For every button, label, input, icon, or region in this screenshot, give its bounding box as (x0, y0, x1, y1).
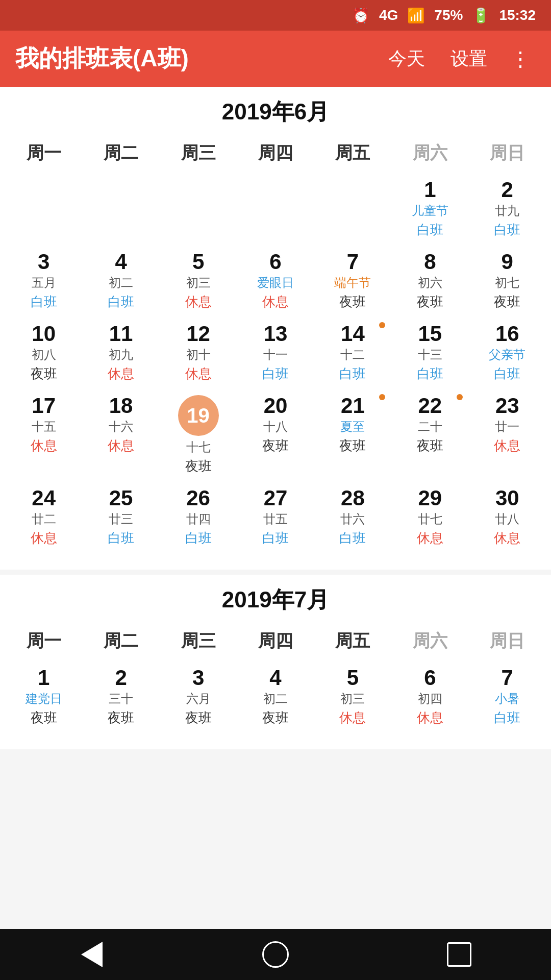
day-cell[interactable]: 18十六休息 (82, 390, 159, 482)
day-cell[interactable]: 6爱眼日休息 (237, 246, 314, 318)
more-options-button[interactable]: ⋮ (505, 42, 536, 76)
day-cell[interactable]: 5初三休息 (160, 246, 237, 318)
day-lunar: 初二 (263, 691, 288, 707)
day-cell[interactable]: 28廿六白班 (314, 482, 391, 554)
battery-text: 75% (434, 7, 463, 23)
day-cell[interactable]: 26廿四白班 (160, 482, 237, 554)
day-cell[interactable]: 7端午节夜班 (314, 246, 391, 318)
app-bar: 我的排班表(A班) 今天 设置 ⋮ (0, 31, 551, 87)
day-cell[interactable]: 17十五休息 (5, 390, 82, 482)
day-number: 5 (192, 251, 204, 273)
day-cell[interactable]: 11初九休息 (82, 318, 159, 390)
day-cell[interactable]: 22二十夜班 (391, 390, 468, 482)
day-number: 28 (341, 487, 365, 509)
day-lunar: 端午节 (334, 275, 371, 291)
day-lunar: 六月 (186, 691, 211, 707)
alarm-icon: ⏰ (352, 7, 370, 24)
day-cell[interactable]: 24廿二休息 (5, 482, 82, 554)
day-number: 3 (192, 667, 204, 689)
day-cell[interactable]: 9初七夜班 (469, 246, 546, 318)
weekday-header: 周六 (391, 137, 468, 169)
day-number: 2 (115, 667, 127, 689)
battery-icon: 🔋 (472, 7, 490, 24)
day-shift: 白班 (417, 221, 443, 239)
day-lunar: 小暑 (495, 691, 519, 707)
day-cell[interactable]: 27廿五白班 (237, 482, 314, 554)
day-number: 0 (269, 179, 281, 201)
day-cell[interactable]: 8初六夜班 (391, 246, 468, 318)
july-calendar: 2019年7月 周一周二周三周四周五周六周日 1建党日夜班2三十夜班3六月夜班4… (0, 575, 551, 749)
signal-text: 4G (379, 7, 398, 23)
day-number: 1 (38, 667, 49, 689)
weekday-header: 周五 (314, 137, 391, 169)
day-cell[interactable]: 6初四休息 (391, 662, 468, 734)
day-shift: 夜班 (262, 437, 289, 455)
day-cell[interactable]: 12初十休息 (160, 318, 237, 390)
day-cell[interactable]: 20十八夜班 (237, 390, 314, 482)
day-cell[interactable]: 1建党日夜班 (5, 662, 82, 734)
recent-button[interactable] (441, 937, 477, 972)
day-number: 16 (495, 323, 519, 345)
weekday-header: 周一 (5, 137, 82, 169)
day-number: 15 (418, 323, 442, 345)
day-cell[interactable]: 29廿七休息 (391, 482, 468, 554)
day-lunar: 夏至 (340, 419, 365, 435)
day-lunar: 爱眼日 (257, 275, 294, 291)
day-cell[interactable]: 30廿八休息 (469, 482, 546, 554)
home-button[interactable] (258, 937, 293, 972)
day-number: 14 (341, 323, 365, 345)
day-shift: 夜班 (31, 709, 57, 727)
day-cell[interactable]: 2三十夜班 (82, 662, 159, 734)
bottom-nav (0, 929, 551, 980)
day-lunar: 廿三 (109, 511, 133, 527)
day-shift: 休息 (185, 365, 212, 383)
day-cell[interactable]: 15十三白班 (391, 318, 468, 390)
day-cell[interactable]: 3五月白班 (5, 246, 82, 318)
day-number: 1 (424, 179, 436, 201)
day-number: 4 (269, 667, 281, 689)
day-shift: 夜班 (185, 709, 212, 727)
day-shift: 夜班 (339, 437, 366, 455)
day-cell[interactable]: 4初二白班 (82, 246, 159, 318)
weekday-header: 周三 (160, 625, 237, 657)
day-cell[interactable]: 19十七夜班 (160, 390, 237, 482)
dot-indicator (379, 322, 385, 328)
day-cell[interactable]: 25廿三白班 (82, 482, 159, 554)
june-weekday-row: 周一周二周三周四周五周六周日 (5, 137, 546, 169)
day-number: 27 (264, 487, 288, 509)
day-cell[interactable]: 13十一白班 (237, 318, 314, 390)
day-shift: 白班 (108, 293, 134, 311)
day-cell[interactable]: 21夏至夜班 (314, 390, 391, 482)
settings-button[interactable]: 设置 (443, 41, 495, 77)
day-cell[interactable]: 4初二夜班 (237, 662, 314, 734)
day-lunar: 十八 (263, 419, 288, 435)
july-weekday-row: 周一周二周三周四周五周六周日 (5, 625, 546, 657)
day-cell: 0 (160, 174, 237, 246)
day-shift: 夜班 (417, 437, 443, 455)
day-shift: 休息 (31, 437, 57, 455)
day-number: 30 (495, 487, 519, 509)
day-cell[interactable]: 5初三休息 (314, 662, 391, 734)
day-lunar: 十六 (109, 419, 133, 435)
day-cell[interactable]: 3六月夜班 (160, 662, 237, 734)
day-shift: 夜班 (494, 293, 520, 311)
back-button[interactable] (74, 937, 110, 972)
day-lunar: 廿六 (340, 511, 365, 527)
day-shift: 白班 (185, 529, 212, 547)
day-number: 19 (187, 405, 210, 426)
day-cell[interactable]: 1儿童节白班 (391, 174, 468, 246)
day-cell[interactable]: 23廿一休息 (469, 390, 546, 482)
day-cell[interactable]: 10初八夜班 (5, 318, 82, 390)
day-number: 5 (347, 667, 359, 689)
day-cell[interactable]: 16父亲节白班 (469, 318, 546, 390)
day-number: 26 (186, 487, 210, 509)
day-lunar: 十七 (186, 439, 211, 455)
calendar-wrapper: 2019年6月 周一周二周三周四周五周六周日 000001儿童节白班2廿九白班3… (0, 87, 551, 811)
day-cell[interactable]: 2廿九白班 (469, 174, 546, 246)
day-shift: 夜班 (339, 293, 366, 311)
day-lunar: 初九 (109, 347, 133, 363)
day-cell[interactable]: 7小暑白班 (469, 662, 546, 734)
weekday-header: 周日 (469, 137, 546, 169)
day-cell[interactable]: 14十二白班 (314, 318, 391, 390)
today-button[interactable]: 今天 (381, 41, 433, 77)
